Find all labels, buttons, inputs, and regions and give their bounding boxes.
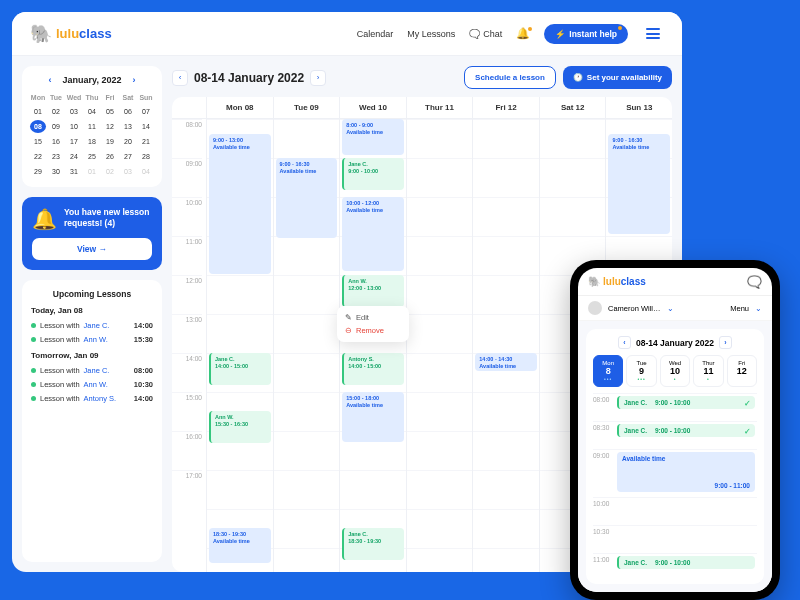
mini-cal-day[interactable]: 25 — [84, 150, 100, 163]
logo[interactable]: 🐘 luluclass — [30, 23, 112, 45]
mobile-day-tab[interactable]: Mon8••• — [593, 355, 623, 387]
mini-cal-day[interactable]: 24 — [66, 150, 82, 163]
mobile-day-tab[interactable]: Wed10• — [660, 355, 690, 387]
lesson-block[interactable]: Jane C.14:00 - 15:00 — [209, 353, 271, 385]
mobile-lesson-block[interactable]: Jane C. 9:00 - 10:00✓ — [617, 424, 755, 437]
mini-cal-day[interactable]: 21 — [138, 135, 154, 148]
mini-cal-day[interactable]: 18 — [84, 135, 100, 148]
day-column[interactable]: 8:00 - 9:00Available timeJane C.9:00 - 1… — [339, 119, 406, 572]
mini-cal-day[interactable]: 19 — [102, 135, 118, 148]
set-availability-button[interactable]: 🕐Set your availability — [563, 66, 672, 89]
mini-cal-day[interactable]: 02 — [102, 165, 118, 178]
nav-my-lessons[interactable]: My Lessons — [407, 29, 455, 39]
mini-cal-day[interactable]: 09 — [48, 120, 64, 133]
user-select[interactable]: Cameron Will… — [608, 304, 661, 313]
mini-cal-day[interactable]: 15 — [30, 135, 46, 148]
day-column[interactable] — [406, 119, 473, 572]
mini-cal-prev[interactable]: ‹ — [46, 75, 55, 85]
mobile-day-tab[interactable]: Tue9••• — [626, 355, 656, 387]
mini-cal-day[interactable]: 28 — [138, 150, 154, 163]
mini-cal-day[interactable]: 06 — [120, 105, 136, 118]
available-time-block[interactable]: 8:00 - 9:00Available time — [342, 119, 404, 155]
mini-cal-day[interactable]: 22 — [30, 150, 46, 163]
mini-cal-day[interactable]: 03 — [120, 165, 136, 178]
lesson-block[interactable]: Ann W.12:00 - 13:00 — [342, 275, 404, 307]
day-column[interactable]: 9:00 - 16:30Available time — [273, 119, 340, 572]
upcoming-lesson-row[interactable]: Lesson with Ann W.10:30 — [31, 377, 153, 391]
nav-chat[interactable]: 🗨️Chat — [469, 29, 502, 39]
pencil-icon: ✎ — [345, 313, 352, 322]
mobile-day-tab[interactable]: Thur11• — [693, 355, 723, 387]
mini-cal-day[interactable]: 02 — [48, 105, 64, 118]
day-header[interactable]: Thur 11 — [406, 97, 473, 118]
mini-cal-day[interactable]: 04 — [138, 165, 154, 178]
instant-help-button[interactable]: ⚡Instant help — [544, 24, 628, 44]
available-time-block[interactable]: 9:00 - 16:30Available time — [608, 134, 670, 234]
mini-cal-day[interactable]: 12 — [102, 120, 118, 133]
day-header[interactable]: Tue 09 — [273, 97, 340, 118]
mini-cal-day[interactable]: 26 — [102, 150, 118, 163]
available-time-block[interactable]: 18:30 - 19:30Available time — [209, 528, 271, 563]
mini-cal-day[interactable]: 10 — [66, 120, 82, 133]
mini-cal-day[interactable]: 27 — [120, 150, 136, 163]
mini-cal-day[interactable]: 17 — [66, 135, 82, 148]
bell-icon[interactable]: 🔔 — [516, 27, 530, 40]
mini-cal-day[interactable]: 30 — [48, 165, 64, 178]
range-next[interactable]: › — [310, 70, 326, 86]
mini-cal-day[interactable]: 01 — [84, 165, 100, 178]
mini-cal-day[interactable]: 08 — [30, 120, 46, 133]
mini-cal-day[interactable]: 23 — [48, 150, 64, 163]
chat-icon[interactable]: 🗨️ — [747, 275, 762, 289]
mobile-available-block[interactable]: Available time9:00 - 11:00 — [617, 452, 755, 492]
lesson-block[interactable]: Antony S.14:00 - 15:00 — [342, 353, 404, 385]
mini-cal-day[interactable]: 14 — [138, 120, 154, 133]
mobile-lesson-block[interactable]: Jane C. 9:00 - 10:00✓ — [617, 396, 755, 409]
mini-cal-day[interactable]: 29 — [30, 165, 46, 178]
mini-cal-day[interactable]: 04 — [84, 105, 100, 118]
mobile-lesson-block[interactable]: Jane C. 9:00 - 10:00 — [617, 556, 755, 569]
day-header[interactable]: Mon 08 — [206, 97, 273, 118]
menu-select[interactable]: Menu — [730, 304, 749, 313]
upcoming-lesson-row[interactable]: Lesson with Jane C.08:00 — [31, 363, 153, 377]
available-time-block[interactable]: 10:00 - 12:00Available time — [342, 197, 404, 271]
upcoming-lesson-row[interactable]: Lesson with Antony S.14:00 — [31, 391, 153, 405]
mini-cal-day[interactable]: 05 — [102, 105, 118, 118]
day-column[interactable]: 14:00 - 14:30Available time — [472, 119, 539, 572]
day-header[interactable]: Sat 12 — [539, 97, 606, 118]
hamburger-icon[interactable] — [642, 24, 664, 43]
mini-cal-next[interactable]: › — [129, 75, 138, 85]
mini-cal-day[interactable]: 20 — [120, 135, 136, 148]
day-header[interactable]: Fri 12 — [472, 97, 539, 118]
upcoming-lesson-row[interactable]: Lesson with Jane C.14:00 — [31, 318, 153, 332]
day-header[interactable]: Wed 10 — [339, 97, 406, 118]
available-time-block[interactable]: 9:00 - 16:30Available time — [276, 158, 338, 238]
available-time-block[interactable]: 15:00 - 18:00Available time — [342, 392, 404, 442]
day-header[interactable]: Sun 13 — [605, 97, 672, 118]
mobile-range-prev[interactable]: ‹ — [618, 336, 631, 349]
mini-cal-day[interactable]: 13 — [120, 120, 136, 133]
range-prev[interactable]: ‹ — [172, 70, 188, 86]
mini-cal-day[interactable]: 03 — [66, 105, 82, 118]
view-button[interactable]: View → — [32, 238, 152, 260]
lesson-block[interactable]: Jane C.9:00 - 10:00 — [342, 158, 404, 190]
remove-action[interactable]: ⊖Remove — [342, 324, 404, 337]
mini-cal-day[interactable]: 01 — [30, 105, 46, 118]
edit-action[interactable]: ✎Edit — [342, 311, 404, 324]
mini-cal-day[interactable]: 11 — [84, 120, 100, 133]
mobile-range-next[interactable]: › — [719, 336, 732, 349]
upcoming-title: Upcoming Lessons — [31, 289, 153, 299]
available-time-block[interactable]: 14:00 - 14:30Available time — [475, 353, 537, 371]
mini-cal-day[interactable]: 31 — [66, 165, 82, 178]
mini-cal-day[interactable]: 16 — [48, 135, 64, 148]
schedule-lesson-button[interactable]: Schedule a lesson — [464, 66, 556, 89]
lesson-block[interactable]: Ann W.15:30 - 16:30 — [209, 411, 271, 443]
mobile-logo[interactable]: 🐘luluclass — [588, 276, 646, 287]
lesson-block[interactable]: Jane C.18:30 - 19:30 — [342, 528, 404, 560]
available-time-block[interactable]: 9:00 - 13:00Available time — [209, 134, 271, 274]
mini-cal-day[interactable]: 07 — [138, 105, 154, 118]
mobile-day-tab[interactable]: Fri12 — [727, 355, 757, 387]
mini-cal-dow: Mon — [30, 92, 46, 103]
upcoming-lesson-row[interactable]: Lesson with Ann W.15:30 — [31, 332, 153, 346]
day-column[interactable]: 9:00 - 13:00Available timeJane C.14:00 -… — [206, 119, 273, 572]
nav-calendar[interactable]: Calendar — [357, 29, 394, 39]
